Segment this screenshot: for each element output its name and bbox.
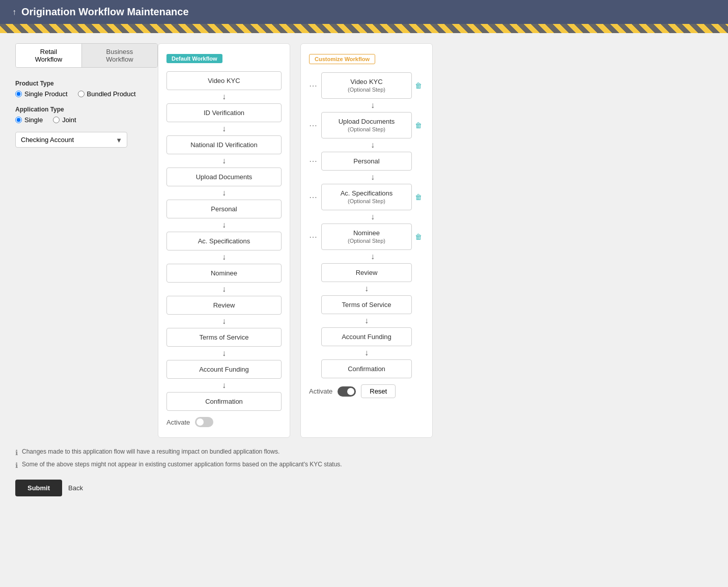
tab-retail-workflow[interactable]: Retail Workflow: [16, 44, 82, 67]
tab-business-workflow[interactable]: Business Workflow: [82, 44, 157, 67]
back-link[interactable]: Back: [68, 484, 83, 492]
customize-workflow-panel: Customize Workflow ⋯ Video KYC(Optional …: [300, 43, 433, 438]
custom-step-ac-specs: ⋯ Ac. Specifications(Optional Step) 🗑 ↓: [309, 184, 424, 221]
custom-step-upload-docs: ⋯ Upload Documents(Optional Step) 🗑 ↓: [309, 112, 424, 150]
reset-button[interactable]: Reset: [361, 384, 396, 398]
trash-icon-nominee[interactable]: 🗑: [415, 233, 424, 241]
page-title: Origination Workflow Maintenance: [21, 6, 189, 18]
submit-button[interactable]: Submit: [15, 480, 62, 496]
info-icon-2: ℹ: [15, 461, 18, 469]
application-type-label: Application Type: [15, 106, 158, 113]
workflow-tabs: Retail Workflow Business Workflow: [15, 43, 158, 68]
default-step-review: Review ↓: [166, 296, 282, 326]
info-icon-1: ℹ: [15, 449, 18, 457]
trash-icon-upload-docs[interactable]: 🗑: [415, 121, 424, 129]
default-activate-toggle[interactable]: [195, 417, 213, 427]
custom-step-nominee: ⋯ Nominee(Optional Step) 🗑 ↓: [309, 223, 424, 261]
account-select[interactable]: Checking Account: [15, 132, 127, 148]
custom-step-terms: Terms of Service ↓: [309, 295, 424, 325]
customize-workflow-badge: Customize Workflow: [309, 54, 375, 64]
custom-step-confirmation: Confirmation: [309, 359, 424, 378]
main-content: Retail Workflow Business Workflow Produc…: [0, 33, 728, 587]
default-step-national-id: National ID Verification ↓: [166, 135, 282, 165]
default-step-personal: Personal ↓: [166, 200, 282, 230]
joint-application-radio[interactable]: Joint: [53, 116, 76, 124]
dots-icon-ac-specs[interactable]: ⋯: [309, 192, 318, 202]
bundled-product-radio[interactable]: Bundled Product: [78, 90, 136, 98]
default-step-video-kyc: Video KYC ↓: [166, 71, 282, 101]
single-product-radio[interactable]: Single Product: [15, 90, 68, 98]
default-step-ac-specs: Ac. Specifications ↓: [166, 232, 282, 262]
info-text-2: Some of the above steps might not appear…: [22, 461, 342, 468]
stripe-bar: [0, 24, 728, 33]
customize-activate-label: Activate: [309, 387, 332, 395]
trash-icon-video-kyc[interactable]: 🗑: [415, 81, 424, 90]
customize-activate-toggle[interactable]: [338, 386, 356, 397]
custom-step-video-kyc: ⋯ Video KYC(Optional Step) 🗑 ↓: [309, 72, 424, 110]
default-step-funding: Account Funding ↓: [166, 360, 282, 390]
default-step-upload-docs: Upload Documents ↓: [166, 167, 282, 198]
dots-icon-personal[interactable]: ⋯: [309, 156, 318, 166]
default-workflow-badge: Default Workflow: [166, 54, 222, 63]
custom-step-funding: Account Funding ↓: [309, 327, 424, 357]
bottom-actions: Submit Back: [15, 480, 713, 496]
default-step-id-verification: ID Verification ↓: [166, 103, 282, 133]
info-text-1: Changes made to this application flow wi…: [22, 448, 279, 455]
up-arrow-icon: ↑: [12, 8, 16, 17]
default-step-confirmation: Confirmation: [166, 392, 282, 411]
default-activate-label: Activate: [166, 418, 190, 426]
default-workflow-panel: Default Workflow Video KYC ↓ ID Verifica…: [158, 43, 290, 438]
top-bar: ↑ Origination Workflow Maintenance: [0, 0, 728, 24]
dots-icon-nominee[interactable]: ⋯: [309, 232, 318, 242]
trash-icon-ac-specs[interactable]: 🗑: [415, 193, 424, 201]
dots-icon-upload-docs[interactable]: ⋯: [309, 121, 318, 130]
default-step-terms: Terms of Service ↓: [166, 328, 282, 358]
info-section: ℹ Changes made to this application flow …: [15, 448, 713, 469]
account-dropdown[interactable]: Checking Account ▼: [15, 132, 127, 148]
single-application-radio[interactable]: Single: [15, 116, 43, 124]
dots-icon-video-kyc[interactable]: ⋯: [309, 81, 318, 91]
custom-step-review: Review ↓: [309, 263, 424, 293]
product-type-label: Product Type: [15, 80, 158, 87]
default-step-nominee: Nominee ↓: [166, 264, 282, 294]
custom-step-personal: ⋯ Personal ↓: [309, 152, 424, 182]
